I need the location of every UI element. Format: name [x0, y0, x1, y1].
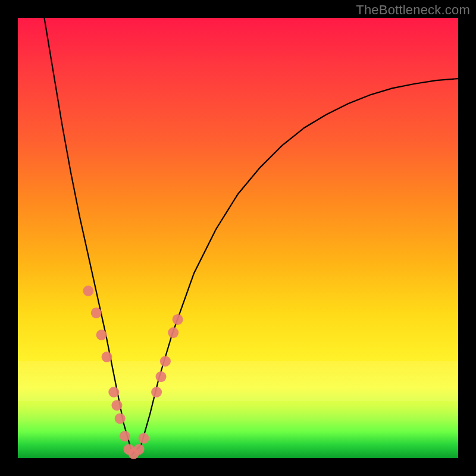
marker-dot — [108, 387, 119, 397]
bottleneck-chart — [18, 18, 458, 458]
marker-dot — [91, 308, 102, 318]
marker-dots-group — [83, 286, 183, 459]
marker-dot — [83, 286, 93, 296]
watermark-text: TheBottleneck.com — [356, 2, 470, 18]
marker-dot — [173, 314, 183, 325]
marker-dot — [160, 356, 171, 367]
outer-frame: TheBottleneck.com — [0, 0, 476, 476]
marker-dot — [96, 330, 107, 340]
marker-dot — [134, 444, 145, 455]
marker-dot — [102, 352, 112, 362]
marker-dot — [115, 413, 126, 424]
plot-area — [18, 18, 458, 458]
marker-dot — [139, 433, 149, 444]
marker-dot — [151, 387, 162, 397]
marker-dot — [156, 371, 167, 382]
curve-group — [44, 18, 458, 454]
marker-dot — [168, 327, 178, 338]
marker-dot — [120, 431, 130, 441]
marker-dot — [112, 400, 123, 411]
bottleneck-curve — [44, 18, 458, 454]
